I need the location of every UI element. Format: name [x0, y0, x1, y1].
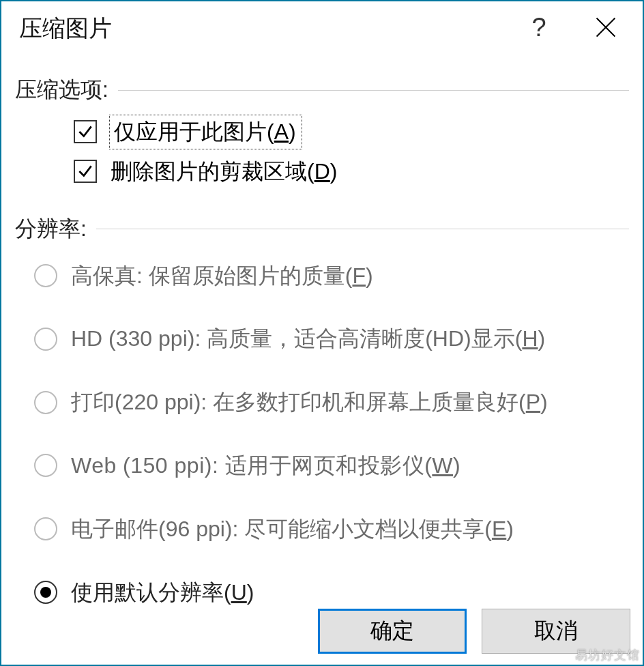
checkmark-icon: [76, 162, 94, 180]
radio-hifi-label: 高保真: 保留原始图片的质量(F): [71, 261, 373, 291]
section-header-resolution: 分辨率:: [15, 214, 629, 244]
compress-options-label: 压缩选项:: [15, 75, 108, 105]
button-bar: 确定 取消: [318, 609, 630, 654]
title-controls: ?: [524, 12, 621, 42]
option-apply-only[interactable]: 仅应用于此图片(A): [74, 115, 629, 149]
radio-web-label: Web (150 ppi): 适用于网页和投影仪(W): [71, 450, 460, 481]
radio-option-web[interactable]: Web (150 ppi): 适用于网页和投影仪(W): [34, 450, 629, 481]
radio-option-hd[interactable]: HD (330 ppi): 高质量，适合高清晰度(HD)显示(H): [34, 323, 629, 354]
divider: [96, 229, 629, 229]
close-icon[interactable]: [591, 12, 621, 42]
radio-hd-label: HD (330 ppi): 高质量，适合高清晰度(HD)显示(H): [71, 323, 545, 354]
option-delete-crop-label: 删除图片的剪裁区域(D): [111, 156, 337, 187]
dialog-title: 压缩图片: [19, 13, 112, 44]
help-icon[interactable]: ?: [524, 13, 554, 42]
radio-print[interactable]: [34, 391, 57, 414]
radio-web[interactable]: [34, 454, 57, 477]
radio-print-label: 打印(220 ppi): 在多数打印机和屏幕上质量良好(P): [71, 387, 548, 418]
radio-email-label: 电子邮件(96 ppi): 尽可能缩小文档以便共享(E): [71, 514, 514, 545]
option-apply-only-label: 仅应用于此图片(A): [109, 115, 302, 149]
option-delete-crop[interactable]: 删除图片的剪裁区域(D): [74, 156, 629, 187]
radio-option-email[interactable]: 电子邮件(96 ppi): 尽可能缩小文档以便共享(E): [34, 514, 629, 545]
resolution-label: 分辨率:: [15, 214, 87, 244]
checkbox-delete-crop[interactable]: [74, 160, 97, 183]
cancel-button[interactable]: 取消: [482, 609, 630, 654]
radio-option-default[interactable]: 使用默认分辨率(U): [34, 577, 629, 608]
checkmark-icon: [76, 123, 94, 141]
radio-default[interactable]: [34, 581, 57, 604]
radio-default-label: 使用默认分辨率(U): [71, 577, 254, 608]
section-header-compress: 压缩选项:: [15, 75, 629, 105]
divider: [118, 90, 629, 91]
checkbox-apply-only[interactable]: [74, 120, 97, 143]
radio-option-hifi[interactable]: 高保真: 保留原始图片的质量(F): [34, 261, 629, 291]
radio-email[interactable]: [34, 517, 57, 540]
dialog-content: 压缩选项: 仅应用于此图片(A) 删除图片的剪裁区域(D) 分辨率: 高保真: …: [1, 52, 643, 614]
radio-option-print[interactable]: 打印(220 ppi): 在多数打印机和屏幕上质量良好(P): [34, 387, 629, 418]
titlebar: 压缩图片 ?: [1, 1, 643, 52]
resolution-group: 高保真: 保留原始图片的质量(F) HD (330 ppi): 高质量，适合高清…: [15, 254, 629, 615]
radio-hifi[interactable]: [34, 264, 57, 287]
radio-hd[interactable]: [34, 328, 57, 351]
ok-button[interactable]: 确定: [318, 609, 467, 654]
